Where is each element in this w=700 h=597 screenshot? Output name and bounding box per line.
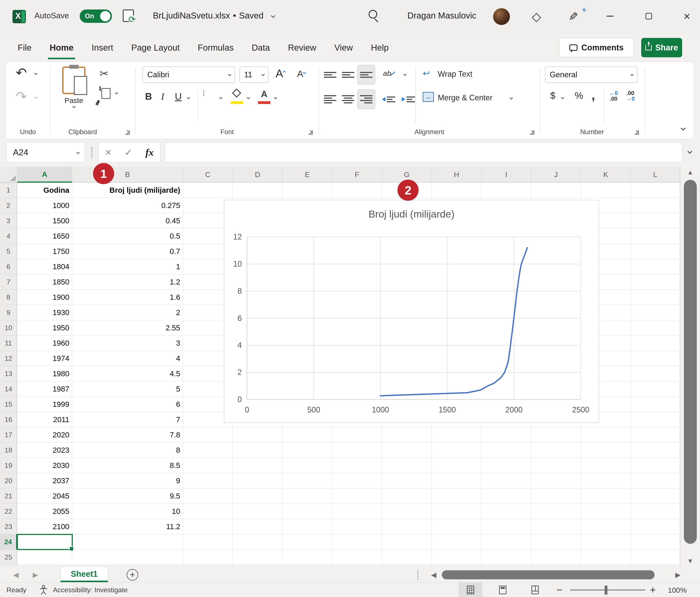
excel-app-icon[interactable]: X — [12, 10, 26, 23]
tab-view[interactable]: View — [325, 34, 362, 61]
cell-G19[interactable] — [382, 458, 432, 473]
cell-A13[interactable]: 1980 — [17, 366, 72, 381]
cell-G21[interactable] — [382, 489, 432, 504]
column-header-H[interactable]: H — [432, 167, 481, 183]
user-name[interactable]: Dragan Masulovic — [407, 11, 476, 21]
row-header-7[interactable]: 7 — [0, 274, 17, 290]
cell-C24[interactable] — [183, 534, 233, 550]
cell-I1[interactable] — [481, 183, 531, 198]
cell-B16[interactable]: 7 — [72, 412, 183, 427]
scroll-right-arrow[interactable]: ▶ — [675, 571, 681, 579]
tab-data[interactable]: Data — [243, 34, 279, 61]
cell-I23[interactable] — [481, 519, 531, 534]
increase-decimal-button[interactable]: ←0.00 — [609, 90, 618, 101]
cell-F23[interactable] — [332, 519, 382, 534]
align-middle-button[interactable] — [339, 65, 357, 85]
cell-E23[interactable] — [282, 519, 332, 534]
scroll-up-arrow[interactable]: ▲ — [680, 169, 700, 176]
row-header-24[interactable]: 24 — [0, 534, 17, 550]
cell-A17[interactable]: 2020 — [17, 427, 72, 443]
cell-D22[interactable] — [233, 504, 282, 519]
cell-E17[interactable] — [282, 427, 332, 443]
enter-button[interactable]: ✓ — [124, 147, 132, 158]
row-header-21[interactable]: 21 — [0, 489, 17, 504]
cell-E1[interactable] — [282, 183, 332, 198]
cell-B25[interactable] — [72, 550, 183, 565]
percent-button[interactable]: % — [575, 90, 583, 101]
row-header-8[interactable]: 8 — [0, 290, 17, 305]
paste-button[interactable]: Paste — [58, 67, 90, 108]
cell-J24[interactable] — [531, 534, 581, 550]
cell-L14[interactable] — [631, 381, 680, 397]
cell-A25[interactable] — [17, 550, 72, 565]
cell-L1[interactable] — [631, 183, 680, 198]
zoom-level[interactable]: 100% — [668, 586, 686, 594]
cell-A9[interactable]: 1930 — [17, 305, 72, 320]
row-header-6[interactable]: 6 — [0, 259, 17, 274]
cell-B24[interactable] — [72, 534, 183, 550]
underline-menu-chevron[interactable] — [187, 96, 190, 99]
cell-I18[interactable] — [481, 443, 531, 458]
cell-G24[interactable] — [382, 534, 432, 550]
cell-B19[interactable]: 8.5 — [72, 458, 183, 473]
font-size-combobox[interactable]: 11 — [240, 67, 269, 83]
font-dialog-launcher[interactable] — [308, 130, 312, 134]
tab-file[interactable]: File — [8, 34, 41, 61]
row-header-18[interactable]: 18 — [0, 443, 17, 458]
row-header-19[interactable]: 19 — [0, 458, 17, 473]
cell-L3[interactable] — [631, 213, 680, 228]
cell-L20[interactable] — [631, 473, 680, 489]
align-bottom-button[interactable] — [357, 65, 375, 85]
cell-A8[interactable]: 1900 — [17, 290, 72, 305]
copy-menu-chevron[interactable] — [115, 91, 119, 95]
merge-center-button[interactable]: ↔ Merge & Center — [423, 92, 434, 102]
cell-L23[interactable] — [631, 519, 680, 534]
cell-C20[interactable] — [183, 473, 233, 489]
row-header-2[interactable]: 2 — [0, 198, 17, 213]
cell-A18[interactable]: 2023 — [17, 443, 72, 458]
font-color-chevron[interactable] — [274, 96, 277, 99]
cancel-button[interactable]: × — [105, 146, 111, 158]
cell-C18[interactable] — [183, 443, 233, 458]
column-header-D[interactable]: D — [233, 167, 282, 183]
cell-J17[interactable] — [531, 427, 581, 443]
cell-E21[interactable] — [282, 489, 332, 504]
cell-B22[interactable]: 10 — [72, 504, 183, 519]
font-name-combobox[interactable]: Calibri — [143, 67, 235, 83]
cell-H18[interactable] — [432, 443, 481, 458]
align-right-button[interactable] — [357, 90, 375, 109]
cell-A21[interactable]: 2045 — [17, 489, 72, 504]
cell-F20[interactable] — [332, 473, 382, 489]
cell-L9[interactable] — [631, 305, 680, 320]
row-header-9[interactable]: 9 — [0, 305, 17, 320]
orientation-chevron[interactable] — [403, 73, 407, 76]
decrease-decimal-button[interactable]: .00→0 — [626, 90, 634, 101]
cell-L7[interactable] — [631, 274, 680, 290]
cell-G22[interactable] — [382, 504, 432, 519]
row-header-17[interactable]: 17 — [0, 427, 17, 443]
cell-L15[interactable] — [631, 397, 680, 412]
name-box-chevron[interactable] — [76, 151, 80, 154]
cell-D1[interactable] — [233, 183, 282, 198]
cell-L4[interactable] — [631, 228, 680, 244]
cell-B2[interactable]: 0.275 — [72, 198, 183, 213]
row-header-5[interactable]: 5 — [0, 244, 17, 259]
cell-L12[interactable] — [631, 351, 680, 366]
cell-A11[interactable]: 1960 — [17, 335, 72, 351]
cell-E22[interactable] — [282, 504, 332, 519]
search-icon[interactable] — [369, 10, 377, 19]
cell-J19[interactable] — [531, 458, 581, 473]
row-header-20[interactable]: 20 — [0, 473, 17, 489]
number-dialog-launcher[interactable] — [634, 130, 639, 134]
cell-I22[interactable] — [481, 504, 531, 519]
cell-K24[interactable] — [581, 534, 631, 550]
cell-L16[interactable] — [631, 412, 680, 427]
cell-C17[interactable] — [183, 427, 233, 443]
cell-L24[interactable] — [631, 534, 680, 550]
clipboard-dialog-launcher[interactable] — [125, 130, 130, 134]
tab-page-layout[interactable]: Page Layout — [122, 34, 189, 61]
cell-J18[interactable] — [531, 443, 581, 458]
comma-button[interactable]: , — [592, 88, 595, 102]
cell-H22[interactable] — [432, 504, 481, 519]
document-title[interactable]: BrLjudiNaSvetu.xlsx•Saved — [153, 11, 275, 21]
